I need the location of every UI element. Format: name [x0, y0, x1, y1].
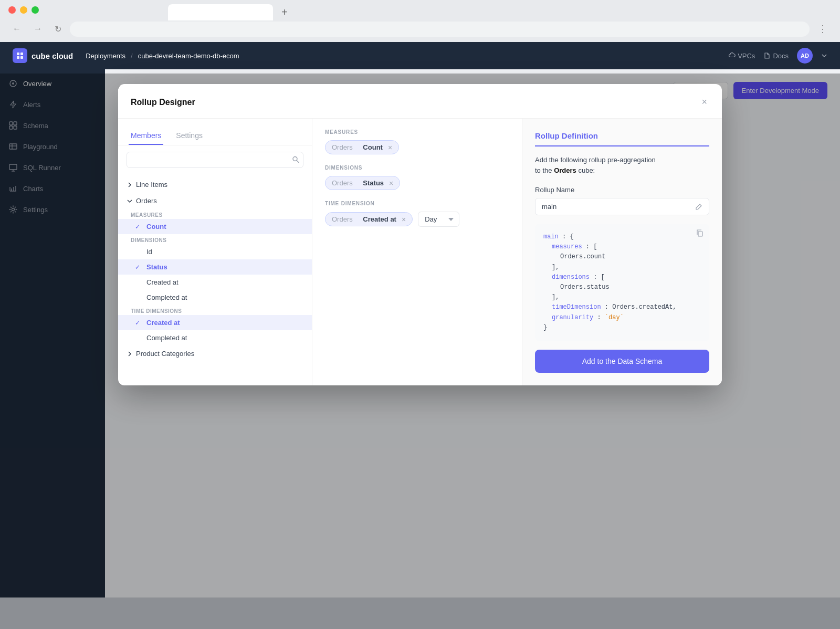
- modal-body: Members Settings: [118, 119, 722, 385]
- tree-group-line-items-header[interactable]: Line Items: [118, 176, 312, 193]
- add-to-data-schema-button[interactable]: Add to the Data Schema: [535, 350, 709, 373]
- code-punct: : {: [562, 233, 574, 240]
- middle-panel: MEASURES Orders Count × DIMENSIONS Order…: [312, 119, 522, 385]
- rollup-desc-suffix: to the: [535, 166, 552, 174]
- maximize-window-button[interactable]: [32, 6, 39, 14]
- check-icon: ✓: [135, 264, 142, 271]
- breadcrumb-prefix: Deployments: [86, 52, 125, 60]
- tree-group-orders-label: Orders: [136, 197, 157, 205]
- tab-members[interactable]: Members: [129, 127, 163, 145]
- breadcrumb-current: cube-devrel-team-demo-db-ecom: [138, 52, 239, 60]
- browser-menu-button[interactable]: ⋮: [814, 21, 832, 37]
- search-bar: [118, 145, 312, 174]
- modal-close-button[interactable]: ×: [699, 95, 709, 110]
- tree-item-count[interactable]: ✓ Count: [118, 219, 312, 234]
- new-tab-button[interactable]: +: [275, 4, 294, 20]
- tree-item-label: Created at: [146, 278, 178, 286]
- time-dimensions-section-label: TIME DIMENSIONS: [118, 305, 312, 315]
- browser-tab[interactable]: [168, 4, 273, 20]
- code-punct: : [: [593, 274, 605, 281]
- code-line-10: }: [543, 323, 701, 333]
- code-line-3: Orders.count: [543, 252, 701, 262]
- check-icon: ✓: [135, 319, 142, 327]
- code-line-8: timeDimension : Orders.createdAt,: [543, 302, 701, 312]
- rollup-desc-prefix: Add the following rollup pre-aggregation: [535, 156, 656, 164]
- granularity-select[interactable]: Day Hour Week Month Year: [418, 212, 459, 227]
- traffic-lights: [8, 6, 39, 14]
- copy-code-button[interactable]: [696, 229, 704, 239]
- tree-group-line-items: Line Items: [118, 176, 312, 193]
- measures-section-label: MEASURES: [118, 209, 312, 219]
- right-panel: Rollup Definition Add the following roll…: [522, 119, 722, 385]
- rollup-name-field[interactable]: [542, 203, 695, 211]
- vpcs-link[interactable]: VPCs: [728, 52, 755, 60]
- modal-header: Rollup Designer ×: [118, 84, 722, 119]
- rollup-name-label: Rollup Name: [535, 186, 709, 194]
- svg-rect-3: [20, 56, 23, 59]
- back-button[interactable]: ←: [8, 22, 25, 36]
- chip-remove-button[interactable]: ×: [400, 216, 406, 223]
- rollup-name-input-wrapper: [535, 198, 709, 215]
- chevron-right-icon: [127, 182, 133, 188]
- chip-sep: [357, 179, 359, 187]
- tree-group-orders-header[interactable]: Orders: [118, 193, 312, 209]
- chevron-down-icon: [127, 198, 133, 204]
- dimensions-label: DIMENSIONS: [325, 165, 509, 171]
- rollup-desc-end: cube:: [578, 166, 595, 174]
- browser-chrome: + ← → ↻ ⋮: [0, 0, 840, 42]
- chip-cube-name: Orders: [332, 215, 353, 223]
- rollup-desc: Add the following rollup pre-aggregation…: [535, 155, 709, 175]
- app-logo: cube cloud: [13, 48, 73, 63]
- measures-chips: Orders Count ×: [325, 140, 509, 154]
- address-bar[interactable]: [70, 22, 810, 37]
- tree-item-status[interactable]: ✓ Status: [118, 259, 312, 275]
- app-header: cube cloud Deployments / cube-devrel-tea…: [0, 42, 840, 69]
- tree-item-created-at-dim[interactable]: Created at: [118, 275, 312, 290]
- code-key: dimensions: [552, 274, 590, 281]
- docs-icon: [763, 52, 771, 59]
- docs-label: Docs: [773, 52, 789, 60]
- code-line-2: measures : [: [543, 242, 701, 252]
- tree-item-label: Status: [146, 263, 167, 271]
- tree-group-product-categories: Product Categories: [118, 345, 312, 362]
- user-avatar[interactable]: AD: [797, 48, 813, 64]
- chip-remove-button[interactable]: ×: [386, 144, 392, 151]
- copy-icon: [696, 229, 704, 237]
- chip-remove-button[interactable]: ×: [387, 180, 393, 187]
- vpcs-label: VPCs: [738, 52, 755, 60]
- search-wrapper: [127, 152, 303, 168]
- code-line-9: granularity : `day`: [543, 313, 701, 323]
- tree-item-label: Completed at: [146, 293, 187, 301]
- tree-panel: Line Items Orders MEASURES ✓ Count: [118, 174, 312, 385]
- tree-group-line-items-label: Line Items: [136, 181, 167, 188]
- chip-field-name: Count: [363, 143, 383, 151]
- close-window-button[interactable]: [8, 6, 16, 14]
- tree-item-created-at-time[interactable]: ✓ Created at: [118, 315, 312, 330]
- code-str: `day`: [605, 314, 624, 321]
- chevron-right-icon: [127, 351, 133, 357]
- modal-title: Rollup Designer: [131, 98, 195, 107]
- search-input[interactable]: [127, 152, 303, 168]
- minimize-window-button[interactable]: [20, 6, 27, 14]
- search-button[interactable]: [292, 155, 299, 164]
- edit-icon: [695, 203, 702, 211]
- cloud-icon: [728, 52, 736, 59]
- code-key: measures: [552, 243, 582, 250]
- tree-item-id[interactable]: Id: [118, 244, 312, 259]
- forward-button[interactable]: →: [29, 22, 46, 36]
- reload-button[interactable]: ↻: [50, 22, 66, 36]
- code-line-6: Orders.status: [543, 282, 701, 292]
- tree-item-completed-at-time[interactable]: Completed at: [118, 330, 312, 345]
- svg-rect-0: [17, 53, 19, 55]
- tab-settings[interactable]: Settings: [174, 127, 205, 145]
- docs-link[interactable]: Docs: [763, 52, 789, 60]
- chip-cube-name: Orders: [332, 179, 353, 187]
- tree-item-completed-at-dim[interactable]: Completed at: [118, 290, 312, 305]
- left-panel: Members Settings: [118, 119, 312, 385]
- tree-group-product-categories-header[interactable]: Product Categories: [118, 345, 312, 362]
- svg-rect-1: [20, 53, 23, 55]
- tabs-bar: Members Settings: [118, 119, 312, 145]
- logo-text: cube cloud: [32, 51, 73, 60]
- code-line-5: dimensions : [: [543, 272, 701, 282]
- code-line-4: ],: [543, 263, 701, 272]
